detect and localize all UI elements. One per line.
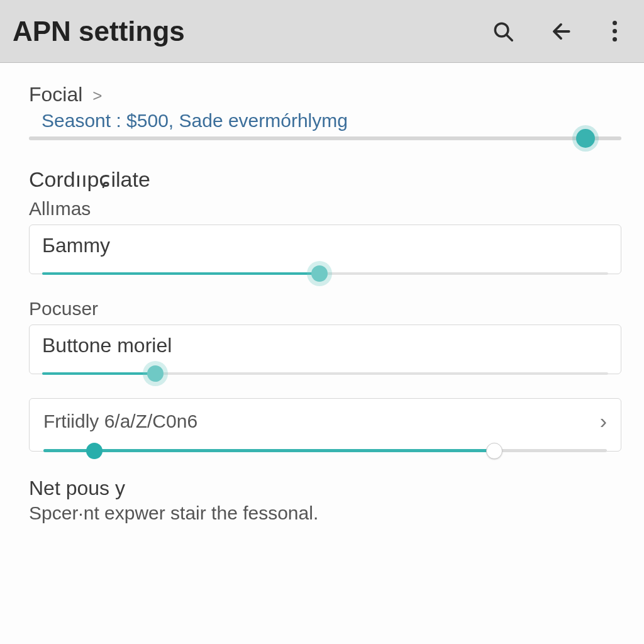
breadcrumb[interactable]: Focial > — [29, 83, 621, 106]
app-bar-actions — [489, 18, 631, 45]
top-slider[interactable] — [29, 136, 621, 140]
section-cordupilate-title: Cordııpɕilate — [29, 167, 621, 192]
pocuser-slider-thumb[interactable] — [147, 365, 164, 382]
more-options-icon[interactable] — [605, 18, 624, 45]
chevron-right-icon: > — [92, 86, 102, 106]
allimas-label: Allımas — [29, 198, 621, 219]
breadcrumb-label: Focial — [29, 83, 82, 106]
net-pousy-title: Net pous y — [29, 477, 621, 500]
pocuser-slider-fill — [42, 372, 155, 375]
content-area: Focial > Seasont : $500, Sade evermórhly… — [0, 63, 644, 536]
svg-line-1 — [507, 35, 513, 40]
pocuser-value: Buttone moriel — [42, 334, 608, 357]
pocuser-input[interactable]: Buttone moriel — [29, 325, 621, 374]
pocuser-label: Pocuser — [29, 298, 621, 319]
allimas-input[interactable]: Бammy — [29, 225, 621, 274]
frtidly-value: Frtiidly 6/a/Z/C0n6 — [43, 411, 600, 432]
allimas-value: Бammy — [42, 234, 608, 257]
pocuser-slider[interactable] — [42, 372, 608, 375]
allimas-slider-thumb[interactable] — [311, 265, 328, 282]
frtidly-row[interactable]: Frtiidly 6/a/Z/C0n6 › — [29, 398, 621, 452]
page-title: APN settings — [13, 16, 489, 47]
frtidly-range-fill — [43, 449, 494, 452]
allimas-slider[interactable] — [42, 272, 608, 275]
breadcrumb-subtext[interactable]: Seasont : $500, Sade evermórhlymg — [42, 110, 621, 131]
frtidly-range-thumb-high[interactable] — [486, 443, 502, 459]
net-pousy-desc: Spcer·nt expwer stair the fessonal. — [29, 502, 621, 524]
top-slider-thumb[interactable] — [576, 129, 595, 148]
allimas-slider-fill — [42, 272, 319, 275]
frtidly-range[interactable] — [43, 449, 607, 452]
back-icon[interactable] — [547, 18, 575, 45]
frtidly-range-thumb-low[interactable] — [86, 443, 103, 459]
app-bar: APN settings — [0, 0, 644, 63]
chevron-right-icon: › — [600, 409, 607, 433]
search-icon[interactable] — [489, 18, 517, 45]
